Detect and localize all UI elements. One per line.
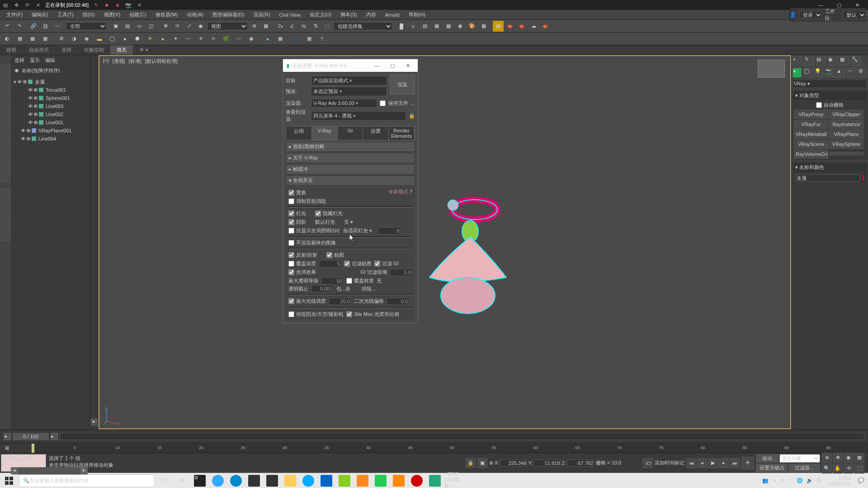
incl-dropdown[interactable]: 包...表 bbox=[336, 286, 359, 292]
nav-5[interactable]: 🔍 bbox=[822, 464, 832, 474]
record-stop-icon[interactable]: ■ bbox=[103, 1, 110, 9]
taskview-icon[interactable]: ⊞ bbox=[173, 473, 191, 488]
t2-9[interactable]: ◯ bbox=[107, 33, 118, 44]
rollout-auth[interactable]: ▸ 授权|黑桐切嗣 bbox=[286, 141, 415, 152]
adaptive-value[interactable] bbox=[378, 227, 401, 235]
help-icon[interactable]: ? bbox=[410, 189, 412, 194]
lc-2[interactable] bbox=[0, 75, 10, 85]
rollout-about[interactable]: ▸ 关于 V-Ray bbox=[286, 153, 415, 163]
utility-tab[interactable]: 🔧 bbox=[851, 56, 861, 66]
select-name-button[interactable]: ▤ bbox=[122, 21, 133, 32]
secray-value[interactable] bbox=[387, 298, 409, 305]
t2-12[interactable]: ☀ bbox=[145, 33, 156, 44]
t2-15[interactable]: 〰 bbox=[183, 33, 193, 44]
glossy-check[interactable] bbox=[288, 269, 294, 275]
lights-check[interactable] bbox=[288, 211, 294, 216]
unlink-button[interactable]: ⛓ bbox=[40, 21, 51, 32]
cat-light[interactable]: 💡 bbox=[814, 68, 823, 78]
app-ai[interactable] bbox=[390, 473, 408, 488]
link-button[interactable]: 🔗 bbox=[28, 21, 39, 32]
setkey-button[interactable]: 设置关键点 bbox=[756, 464, 788, 472]
menu-anim[interactable]: 动画(A) bbox=[182, 10, 208, 19]
rfw-button[interactable]: ▦ bbox=[478, 21, 489, 32]
schematic-button[interactable]: ▦ bbox=[443, 21, 454, 32]
tree-row[interactable]: 👁Torus001 bbox=[12, 86, 89, 94]
vp-persp[interactable]: [透视] bbox=[113, 58, 125, 65]
close-rec-icon[interactable]: ✕ bbox=[136, 1, 143, 9]
displace-check[interactable] bbox=[288, 190, 294, 196]
mirror-button[interactable]: ▐▌ bbox=[396, 21, 407, 32]
lock-icon[interactable]: 🔒 bbox=[409, 113, 415, 119]
tab-model[interactable]: 建模 bbox=[0, 45, 23, 55]
menu-custom[interactable]: 自定义(U) bbox=[305, 10, 336, 19]
shadows-check[interactable] bbox=[288, 219, 294, 225]
move-button[interactable]: ✥ bbox=[160, 21, 171, 32]
modify-tab[interactable]: ✎ bbox=[804, 56, 814, 66]
dialog-titlebar[interactable]: ▮ 渲染设置: V-Ray Adv 3.6... — ▢ ✕ bbox=[283, 59, 418, 72]
t2-11[interactable]: ⬢ bbox=[132, 33, 143, 44]
renderer-dropdown[interactable]: V-Ray Adv 3.60.03 ▾ bbox=[311, 99, 377, 108]
btn-vrayscene[interactable]: VRayScene bbox=[794, 140, 828, 149]
save-file-browse[interactable]: ... bbox=[411, 101, 415, 106]
tab-extra[interactable]: 👁 ▾ bbox=[133, 46, 155, 54]
menu-civil[interactable]: Civil View bbox=[274, 11, 305, 19]
tree-row[interactable]: 👁VRayPlane001 bbox=[12, 127, 89, 135]
viewcube[interactable] bbox=[758, 60, 785, 78]
placement-button[interactable]: ◉ bbox=[195, 21, 206, 32]
btn-vraymeta[interactable]: VRayMetaball bbox=[794, 130, 828, 139]
tray-4[interactable]: 🛡 bbox=[788, 478, 793, 483]
app-edge[interactable] bbox=[227, 473, 245, 488]
lc-8[interactable] bbox=[0, 140, 10, 150]
nav-6[interactable]: ✋ bbox=[833, 464, 843, 474]
btn-empty[interactable] bbox=[829, 152, 863, 155]
maxray-value[interactable] bbox=[329, 298, 351, 305]
t2-20[interactable]: ◉ bbox=[246, 33, 257, 44]
object-color-swatch[interactable] bbox=[862, 174, 864, 182]
t2-14[interactable]: ✦ bbox=[170, 33, 181, 44]
create-category-dropdown[interactable]: VRay ▾ bbox=[793, 80, 867, 88]
timeline-ruler[interactable]: ⊞ 05101520253035404550556065707580859095… bbox=[0, 443, 868, 453]
override-mtl-check[interactable] bbox=[346, 278, 352, 284]
t2-3[interactable]: ▦ bbox=[27, 33, 38, 44]
btn-rayinst[interactable]: RayInstance bbox=[829, 120, 863, 129]
next-frame[interactable]: ▸ bbox=[719, 458, 729, 468]
transp-value[interactable] bbox=[321, 277, 344, 285]
excl-button[interactable]: 排除... bbox=[362, 286, 384, 292]
app-explorer[interactable] bbox=[281, 473, 299, 488]
tree-row[interactable]: ▾👁金属 bbox=[12, 78, 89, 86]
cat-cam[interactable]: 📷 bbox=[825, 68, 834, 78]
workspace-dropdown[interactable]: 默认 bbox=[843, 11, 866, 19]
snap-2d-button[interactable]: 2₃ bbox=[275, 21, 286, 32]
app-3dsmax[interactable] bbox=[426, 473, 444, 488]
target-dropdown[interactable]: 产品级渲染模式 ▾ bbox=[311, 76, 387, 85]
dialog-max[interactable]: ▢ bbox=[386, 63, 399, 69]
rtab-common[interactable]: 公用 bbox=[286, 127, 312, 140]
user-icon[interactable]: 👤 bbox=[790, 12, 796, 18]
t2-21[interactable]: ● bbox=[262, 33, 273, 44]
tray-vol[interactable]: 🔊 bbox=[807, 478, 813, 483]
lc-14[interactable] bbox=[0, 210, 10, 220]
select-button[interactable]: ▣ bbox=[110, 21, 121, 32]
material-button[interactable]: ◉ bbox=[455, 21, 466, 32]
tl-toggle[interactable]: ⊞ bbox=[0, 445, 14, 451]
pencil-icon[interactable]: ✎ bbox=[92, 1, 99, 9]
x-field[interactable] bbox=[500, 460, 527, 467]
motion-tab[interactable]: ◉ bbox=[828, 56, 838, 66]
redo-button[interactable]: ↷ bbox=[14, 21, 24, 32]
menu-help[interactable]: 帮助(H) bbox=[404, 10, 430, 19]
t2-24[interactable]: ▦ bbox=[304, 33, 315, 44]
help-icon[interactable]: ? bbox=[316, 33, 327, 44]
dialog-min[interactable]: — bbox=[371, 63, 383, 68]
filtermaps-check[interactable] bbox=[344, 261, 350, 267]
rtab-elements[interactable]: Render Elements bbox=[389, 127, 415, 140]
rtab-vray[interactable]: V-Ray bbox=[312, 127, 338, 140]
scene-sort-label[interactable]: 名称(按降序排序) bbox=[22, 67, 60, 74]
frame-display[interactable]: 0 / 100 bbox=[13, 433, 49, 440]
z-field[interactable] bbox=[567, 460, 594, 467]
goto-start[interactable]: ⏮ bbox=[686, 458, 696, 468]
display-tab[interactable]: ▦ bbox=[840, 56, 849, 66]
taskbar-clock[interactable]: 17:562020/5/15 bbox=[825, 475, 854, 486]
lc-11[interactable] bbox=[0, 173, 10, 183]
view-dropdown[interactable]: 四元菜单 4 - 透视 ▾ bbox=[311, 111, 406, 121]
nav-3[interactable]: ◉ bbox=[844, 453, 854, 463]
